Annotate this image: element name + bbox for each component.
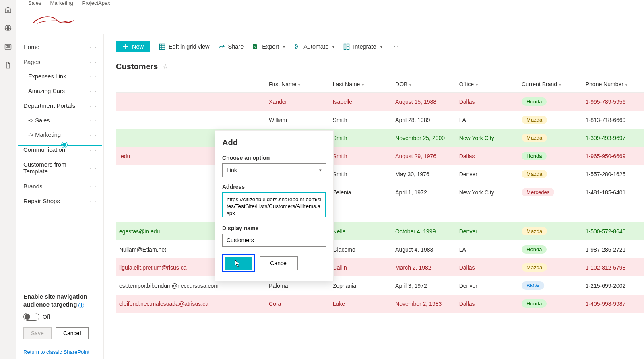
col-last-name[interactable]: Last Name▾ — [330, 76, 392, 93]
table-row[interactable]: eleifend.nec.malesuada@atrisus.caCoraLuk… — [116, 295, 644, 313]
chevron-down-icon: ▾ — [625, 83, 627, 87]
nav-more-icon[interactable]: ··· — [90, 103, 97, 109]
cell-dob: August 4, 1983 — [392, 240, 456, 258]
grid-icon — [159, 43, 165, 50]
nav-more-icon[interactable]: ··· — [90, 183, 97, 190]
nav-communication[interactable]: Communication··· — [16, 142, 103, 157]
top-tab-projectapex[interactable]: ProjectApex — [82, 0, 110, 7]
cell-phone: 1-405-998-9987 — [582, 295, 644, 313]
chevron-down-icon: ▾ — [298, 83, 300, 87]
return-classic-link[interactable]: Return to classic SharePoint — [16, 345, 103, 359]
nav-more-icon[interactable]: ··· — [90, 73, 97, 80]
nav-repair-shops[interactable]: Repair Shops··· — [16, 194, 103, 208]
cell-ln: Smith — [330, 147, 392, 165]
export-button[interactable]: X Export▾ — [252, 43, 285, 50]
integrate-button[interactable]: Integrate▾ — [343, 43, 382, 50]
nav-cancel-button[interactable]: Cancel — [56, 327, 89, 339]
table-row[interactable]: WilliamSmithApril 28, 1989LAMazda1-813-7… — [116, 111, 644, 129]
favorite-star-icon[interactable]: ☆ — [163, 63, 168, 70]
home-rail-icon[interactable] — [4, 6, 12, 14]
cell-dob: November 25, 2000 — [392, 129, 456, 147]
nav-pages[interactable]: Pages··· — [16, 54, 103, 69]
nav-save-button: Save — [23, 327, 52, 339]
nav-more-icon[interactable]: ··· — [90, 146, 97, 153]
cell-office: Dallas — [456, 258, 518, 276]
info-icon[interactable]: i — [78, 303, 84, 308]
nav-more-icon[interactable]: ··· — [90, 59, 97, 65]
chevron-down-icon: ▾ — [380, 45, 382, 49]
ok-button[interactable]: OK — [225, 257, 252, 270]
nav-amazing-cars[interactable]: Amazing Cars··· — [16, 84, 103, 98]
nav-more-icon[interactable]: ··· — [90, 132, 97, 138]
add-nav-item-handle-icon[interactable] — [62, 142, 67, 148]
cell-brand: Mercedes — [518, 183, 582, 201]
nav-expenses-link[interactable]: Expenses Link··· — [16, 69, 103, 84]
list-title: Customers — [116, 62, 158, 71]
table-row[interactable]: CoraSmithNovember 25, 2000New York CityM… — [116, 129, 644, 147]
cell-dob: March 2, 1982 — [392, 258, 456, 276]
table-row[interactable]: XanderIsabelleAugust 15, 1988DallasHonda… — [116, 93, 644, 111]
share-button[interactable]: Share — [219, 43, 244, 50]
col-office[interactable]: Office▾ — [456, 76, 518, 93]
cell-phone: 1-481-185-6401 — [582, 183, 644, 201]
col-brand[interactable]: Current Brand▾ — [518, 76, 582, 93]
top-tab-sales[interactable]: Sales — [28, 0, 41, 7]
site-logo[interactable] — [28, 7, 79, 33]
display-name-input[interactable] — [222, 234, 326, 247]
nav-department-portals[interactable]: Department Portals··· — [16, 98, 103, 113]
edit-grid-button[interactable]: Edit in grid view — [159, 43, 210, 50]
table-row[interactable]: JasonZeleniaApril 1, 1972New York CityMe… — [116, 183, 644, 201]
nav-customers-template[interactable]: Customers from Template··· — [16, 157, 103, 179]
cell-ln: Isabelle — [330, 93, 392, 111]
audience-toggle[interactable] — [23, 313, 39, 321]
cell-email: eleifend.nec.malesuada@atrisus.ca — [116, 295, 266, 313]
top-tab-marketing[interactable]: Marketing — [50, 0, 73, 7]
table-row[interactable] — [116, 201, 644, 222]
table-row[interactable]: JenniferSmithMay 30, 1976DenverMazda1-55… — [116, 165, 644, 183]
customers-table: First Name▾ Last Name▾ DOB▾ Office▾ Curr… — [116, 76, 644, 313]
cell-dob: April 28, 1989 — [392, 111, 456, 129]
table-row[interactable]: Nullam@Etiam.netChandaGiacomoAugust 4, 1… — [116, 240, 644, 258]
col-email[interactable] — [116, 76, 266, 93]
brand-pill: Honda — [522, 152, 547, 160]
nav-more-icon[interactable]: ··· — [90, 44, 97, 50]
news-rail-icon[interactable] — [4, 43, 12, 51]
brand-pill: BMW — [522, 281, 544, 290]
nav-more-icon[interactable]: ··· — [90, 198, 97, 204]
col-phone[interactable]: Phone Number▾ — [582, 76, 644, 93]
col-first-name[interactable]: First Name▾ — [266, 76, 330, 93]
nav-sales[interactable]: -> Sales··· — [16, 113, 103, 128]
cell-dob: May 30, 1976 — [392, 165, 456, 183]
brand-pill: Mercedes — [522, 188, 554, 196]
cell-dob: April 3, 1972 — [392, 276, 456, 295]
nav-more-icon[interactable]: ··· — [90, 117, 97, 124]
svg-rect-5 — [344, 44, 346, 50]
nav-more-icon[interactable]: ··· — [90, 88, 97, 94]
cell-office: Dallas — [456, 295, 518, 313]
command-bar: New Edit in grid view Share X Export▾ — [104, 34, 644, 60]
address-label: Address — [222, 184, 326, 190]
choose-option-select[interactable]: Link ▾ — [222, 163, 326, 177]
table-row[interactable]: .eduPriceSmithAugust 29, 1976DallasHonda… — [116, 147, 644, 165]
table-row[interactable]: egestas@in.eduLinusNelleOctober 4, 1999D… — [116, 222, 644, 240]
cell-phone: 1-965-950-6669 — [582, 147, 644, 165]
new-button[interactable]: New — [116, 41, 150, 52]
nav-marketing[interactable]: -> Marketing··· — [16, 128, 103, 142]
table-row[interactable]: ligula.elit.pretium@risus.caHectorCailin… — [116, 258, 644, 276]
dialog-cancel-button[interactable]: Cancel — [260, 256, 298, 270]
address-input[interactable]: https://citizenbuilders.sharepoint.com/s… — [222, 192, 326, 217]
nav-more-icon[interactable]: ··· — [90, 165, 97, 171]
nav-brands[interactable]: Brands··· — [16, 179, 103, 194]
automate-button[interactable]: Automate▾ — [294, 43, 334, 50]
globe-rail-icon[interactable] — [4, 24, 12, 32]
more-commands-button[interactable]: ··· — [391, 43, 399, 50]
file-rail-icon[interactable] — [4, 61, 12, 69]
nav-home[interactable]: Home··· — [16, 39, 103, 54]
table-row[interactable]: est.tempor.bibendum@neccursusa.comPaloma… — [116, 276, 644, 295]
choose-option-label: Choose an option — [222, 155, 326, 161]
cell-phone: 1-995-789-5956 — [582, 93, 644, 111]
svg-rect-2 — [160, 44, 165, 50]
col-dob[interactable]: DOB▾ — [392, 76, 456, 93]
cell-brand: Honda — [518, 93, 582, 111]
cell-ln: Smith — [330, 165, 392, 183]
